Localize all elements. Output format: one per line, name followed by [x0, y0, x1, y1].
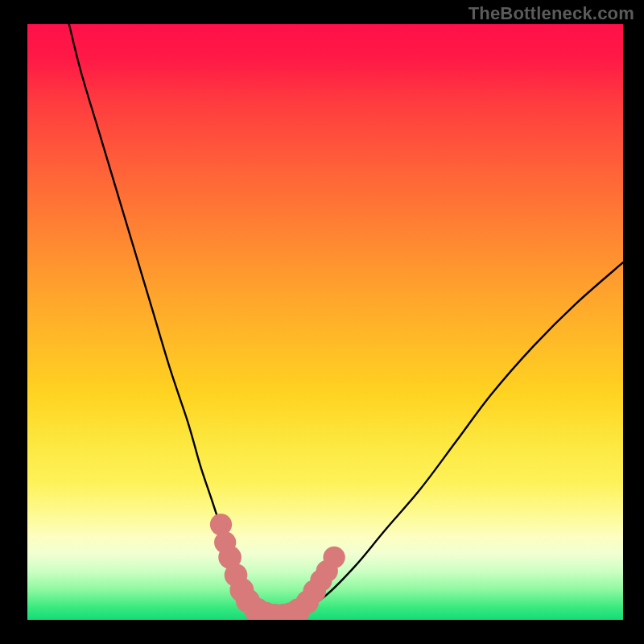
plot-area	[27, 24, 623, 620]
watermark-text: TheBottleneck.com	[469, 3, 634, 24]
curve-layer	[69, 24, 623, 617]
chart-frame: TheBottleneck.com	[0, 0, 644, 644]
chart-svg	[27, 24, 623, 620]
bottleneck-curve	[69, 24, 623, 617]
marker-dot	[323, 547, 345, 568]
marker-layer	[210, 514, 345, 620]
